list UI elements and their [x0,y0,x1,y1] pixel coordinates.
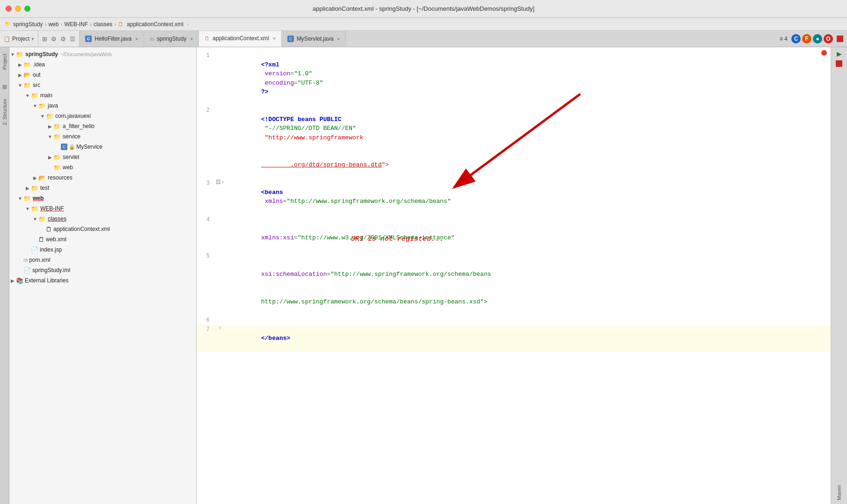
maximize-button[interactable] [24,6,30,12]
plugin-icon-chrome[interactable]: C [791,34,801,43]
traffic-lights [6,6,30,12]
tree-item-web-root[interactable]: ▼ 📁 web [9,193,196,203]
tree-item-root[interactable]: ▼ 📁 springStudy ~/Documents/javaWeb [9,49,196,59]
plugin-icon-firefox[interactable]: F [802,34,811,43]
error-gutter [821,50,827,56]
code-line-1: 1 <?xml version="1.0" encoding="UTF-8" ?… [197,51,831,106]
tree-item-main[interactable]: ▼ 📁 main [9,90,196,101]
tree-item-springstudyiml[interactable]: 📄 springStudy.iml [9,265,196,275]
panel-label-structure[interactable]: 2: Structure [1,96,8,128]
run-stop-icon[interactable] [837,36,843,42]
window-title: applicationContext.xml - springStudy - [… [313,5,534,12]
run-icon[interactable]: ▶ [837,50,842,58]
title-bar: applicationContext.xml - springStudy - [… [0,0,847,18]
editor-content[interactable]: 1 <?xml version="1.0" encoding="UTF-8" ?… [197,47,831,504]
left-sidebar-icons: ⊞ 2: Structure [1,84,8,128]
tab-myservlet-close[interactable]: × [337,36,340,42]
tab-springstudy-close[interactable]: × [190,36,193,42]
tree-item-extlibs[interactable]: ▶ 📚 External Libraries [9,275,196,286]
tab-myservlet[interactable]: C MyServlet.java × [282,31,346,47]
project-toolbar-icons: ⊞ ⚙ ⚙ ☰ [38,31,80,47]
code-line-6: 6 [197,316,831,325]
tab-springstudy-label: springStudy [157,36,186,42]
breadcrumb-item-webinf[interactable]: WEB-INF [64,21,88,28]
tab-hellofilter-label: HelloFilter.java [95,36,131,42]
tree-item-myservice[interactable]: C 🔒 MyService [9,142,196,152]
breadcrumb-item-web[interactable]: web [48,21,58,28]
tabs-right: ≡ 4 C F ● O [780,31,847,47]
code-line-2: 2 <!DOCTYPE beans PUBLIC "-//SPRING//DTD… [197,106,831,151]
main-layout: Project ⊞ 2: Structure ▼ 📁 springStudy ~… [0,47,847,504]
tree-item-comjavaxuexi[interactable]: ▼ 📁 com.javaxuexi [9,111,196,121]
tab-appcontext-label: applicationContext.xml [212,35,269,42]
toolbar-icon-layout[interactable]: ⊞ [42,36,47,43]
tree-item-out[interactable]: ▶ 📂 out [9,70,196,80]
right-toolbar: ▶ Maven [831,47,847,504]
tree-item-webxml[interactable]: 🗒 web.xml [9,234,196,245]
maven-label[interactable]: Maven [836,485,842,500]
tree-item-service[interactable]: ▼ 📁 service [9,131,196,142]
tree-item-src[interactable]: ▼ 📁 src [9,80,196,90]
breadcrumb-item-appcontext[interactable]: 🗒 applicationContext.xml › [118,21,189,28]
panel-label-project[interactable]: Project [1,51,8,72]
code-line-7: 7 ▽ </beans> [197,325,831,353]
tab-myservlet-label: MyServlet.java [297,36,334,42]
breadcrumb: 📁 springStudy › web › WEB-INF › classes … [0,18,847,31]
tab-hellofilter[interactable]: C HelloFilter.java × [80,31,144,47]
code-line-5b: http://www.springframework.org/schema/be… [197,288,831,316]
code-line-4: 4 xmlns:xsi="http://www.w3.org/2001/XMLS… [197,215,831,252]
project-panel: ▼ 📁 springStudy ~/Documents/javaWeb ▶ 📁 … [9,47,197,504]
tree-item-appcontextxml[interactable]: 🗒 applicationContext.xml [9,224,196,234]
tree-item-servlet[interactable]: ▶ 📁 servlet [9,152,196,162]
breadcrumb-item-springstudy[interactable]: 📁 springStudy [5,21,43,28]
uri-message: URI is not registed... [351,234,444,245]
tree-item-test[interactable]: ▶ 📁 test [9,183,196,193]
tab-appcontext[interactable]: 🗒 applicationContext.xml × [199,31,282,47]
tree-item-java[interactable]: ▼ 📁 java [9,101,196,111]
structure-icon[interactable]: ⊞ [2,84,7,90]
tab-hellofilter-close[interactable]: × [135,36,138,42]
code-line-3: 3 🖼 ▽ <beans xmlns="http://www.springfra… [197,179,831,215]
tree-item-resources[interactable]: ▶ 📂 resources [9,173,196,183]
code-line-5: 5 xsi:schemaLocation="http://www.springf… [197,252,831,288]
tabs-bar: 📋 Project ▾ ⊞ ⚙ ⚙ ☰ C HelloFilter.java ×… [0,31,847,47]
project-tab-label: Project [12,36,29,42]
tree-item-afilterhello[interactable]: ▶ 📁 a_filter_hello [9,121,196,131]
stop-icon[interactable] [836,60,842,67]
panel-labels: Project ⊞ 2: Structure [0,47,9,504]
toolbar-icon-settings[interactable]: ⚙ [60,36,66,43]
tree-item-pomxml[interactable]: m pom.xml [9,255,196,265]
tabs-overflow-count[interactable]: ≡ 4 [780,36,788,42]
tree-item-idea[interactable]: ▶ 📁 .idea [9,59,196,70]
code-line-2b: .org/dtd/spring-beans.dtd"> [197,151,831,179]
project-tree: ▼ 📁 springStudy ~/Documents/javaWeb ▶ 📁 … [9,47,196,504]
toolbar-icon-collapse[interactable]: ☰ [70,36,75,43]
tab-springstudy[interactable]: m springStudy × [144,31,199,47]
tree-item-indexjsp[interactable]: 📄 index.jsp [9,245,196,255]
close-button[interactable] [6,6,12,12]
editor-area: 1 <?xml version="1.0" encoding="UTF-8" ?… [197,47,831,504]
plugin-icon-opera[interactable]: O [824,34,833,43]
tab-appcontext-close[interactable]: × [273,36,276,41]
tree-item-web-inner[interactable]: 📁 web [9,162,196,173]
plugin-icon-safari[interactable]: ● [813,34,822,43]
plugin-icons: C F ● O [791,34,833,43]
toolbar-icon-gear[interactable]: ⚙ [51,36,57,43]
tab-left-project[interactable]: 📋 Project ▾ [0,31,38,47]
breadcrumb-item-classes[interactable]: classes [94,21,112,28]
tree-item-classes[interactable]: ▼ 📁 classes [9,214,196,224]
minimize-button[interactable] [15,6,21,12]
tree-item-webinf[interactable]: ▼ 📁 WEB-INF [9,203,196,214]
dropdown-icon[interactable]: ▾ [31,36,34,42]
error-dot [821,50,827,56]
